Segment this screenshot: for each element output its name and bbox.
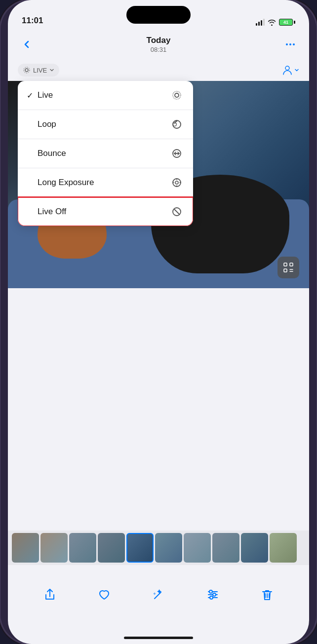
person-button[interactable]: [282, 65, 299, 76]
loop-item-label: Loop: [38, 119, 169, 129]
dynamic-island: [126, 6, 191, 24]
phone-frame: 11:01 41: [0, 0, 317, 644]
adjust-button[interactable]: [202, 584, 224, 606]
share-button[interactable]: [39, 584, 61, 606]
film-thumb-9[interactable]: [241, 533, 268, 563]
more-button[interactable]: [281, 36, 299, 53]
scan-text-button[interactable]: [277, 257, 299, 278]
adjust-icon: [206, 588, 220, 602]
heart-icon: [97, 588, 111, 602]
home-indicator: [124, 637, 193, 639]
film-thumb-3[interactable]: [69, 533, 96, 563]
signal-bar-3: [261, 20, 262, 26]
live-off-item-icon: [169, 204, 184, 219]
favorite-button[interactable]: [93, 584, 115, 606]
person-icon: [282, 65, 293, 76]
film-thumb-1[interactable]: [12, 533, 39, 563]
magic-edit-button[interactable]: [148, 584, 169, 606]
dropdown-item-bounce[interactable]: Bounce: [18, 139, 193, 168]
signal-bar-2: [258, 22, 260, 26]
long-exposure-item-icon: [169, 175, 184, 190]
long-exposure-item-label: Long Exposure: [38, 178, 169, 188]
share-icon: [43, 588, 57, 602]
back-chevron-icon: [21, 38, 33, 50]
bottom-toolbar: [8, 575, 309, 614]
dropdown-item-loop[interactable]: Loop: [18, 110, 193, 139]
scan-text-icon: [282, 262, 294, 273]
svg-point-1: [289, 43, 291, 45]
live-badge-chevron-icon: [49, 68, 54, 73]
svg-point-25: [210, 596, 213, 599]
battery-level: 41: [283, 20, 288, 25]
loop-item-icon: [169, 117, 184, 132]
header: Today 08:31: [8, 30, 309, 59]
delete-button[interactable]: [256, 584, 278, 606]
dropdown-item-long-exposure[interactable]: Long Exposure: [18, 168, 193, 197]
live-check-icon: ✓: [27, 91, 37, 100]
live-badge-label: LIVE: [33, 67, 47, 74]
svg-point-6: [175, 93, 179, 97]
svg-rect-16: [290, 263, 293, 266]
bounce-item-label: Bounce: [38, 149, 169, 158]
live-badge-icon: [23, 66, 31, 74]
wifi-icon: [268, 19, 276, 26]
live-dropdown-menu: ✓ Live Loop: [18, 81, 193, 226]
signal-bars-icon: [256, 19, 265, 26]
battery-icon: 41: [279, 19, 295, 26]
live-item-icon: [169, 88, 184, 103]
live-item-label: Live: [38, 90, 169, 100]
filmstrip: [8, 530, 309, 565]
svg-rect-15: [284, 263, 287, 266]
magic-wand-icon: [151, 587, 166, 602]
live-badge-button[interactable]: LIVE: [18, 64, 59, 76]
more-dots-icon: [284, 38, 296, 50]
trash-icon: [260, 588, 274, 602]
svg-point-3: [25, 69, 28, 72]
sub-toolbar: LIVE: [8, 59, 309, 81]
film-thumb-5-selected[interactable]: [126, 533, 154, 563]
live-off-item-label: Live Off: [38, 207, 169, 217]
svg-point-24: [213, 593, 216, 596]
phone-screen: 11:01 41: [8, 0, 309, 644]
svg-line-14: [174, 209, 179, 214]
svg-point-12: [175, 181, 178, 184]
film-thumb-8[interactable]: [212, 533, 239, 563]
film-thumb-7[interactable]: [184, 533, 211, 563]
svg-point-2: [293, 43, 295, 45]
svg-point-23: [209, 590, 212, 593]
header-center: Today 08:31: [36, 36, 281, 53]
white-area: [8, 288, 309, 446]
back-button[interactable]: [18, 36, 36, 53]
film-thumb-4[interactable]: [98, 533, 125, 563]
svg-point-0: [286, 43, 288, 45]
svg-point-5: [285, 66, 289, 70]
svg-point-7: [173, 91, 181, 99]
dropdown-item-live-off[interactable]: Live Off: [18, 197, 193, 226]
dropdown-item-live[interactable]: ✓ Live: [18, 81, 193, 110]
film-thumb-2[interactable]: [40, 533, 68, 563]
bounce-item-icon: [169, 146, 184, 161]
svg-rect-17: [284, 269, 287, 272]
person-chevron-icon: [294, 68, 299, 73]
signal-bar-1: [256, 23, 257, 26]
svg-point-4: [24, 67, 30, 73]
header-title: Today: [36, 36, 281, 45]
film-thumb-10[interactable]: [270, 533, 297, 563]
film-thumb-6[interactable]: [155, 533, 182, 563]
signal-bar-4: [263, 19, 265, 26]
header-subtitle: 08:31: [36, 46, 281, 53]
status-icons: 41: [256, 19, 295, 26]
